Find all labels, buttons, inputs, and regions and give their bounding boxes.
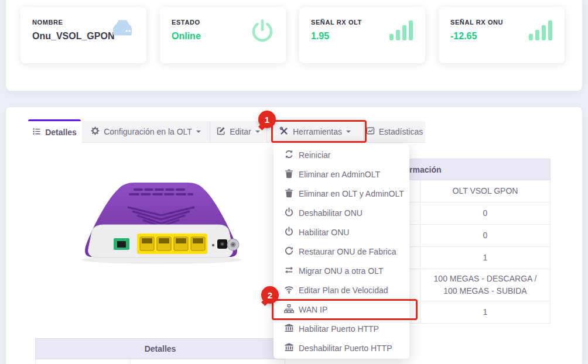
bank-icon: [284, 342, 294, 354]
table-row: [35, 359, 285, 364]
menu-item-label: Restaurar ONU de Fabrica: [299, 247, 396, 256]
highlight-box-wan-ip: [272, 299, 418, 320]
row-value: 0: [421, 202, 550, 224]
edit-icon: [217, 126, 225, 137]
trash-icon: [284, 169, 294, 180]
power-icon: [284, 207, 294, 219]
row-value: 100 MEGAS - DESCARGA / 100 MEGAS - SUBID…: [421, 269, 550, 301]
menu-item-restaurar-fabrica[interactable]: Restaurar ONU de Fabrica: [274, 242, 409, 261]
row-label: [36, 359, 131, 364]
menu-item-deshabilitar-puerto-http[interactable]: Deshabilitar Puerto HTTP: [274, 338, 409, 358]
menu-item-label: Editar Plan de Velocidad: [299, 286, 388, 295]
tab-configuracion-olt[interactable]: Configuración en la OLT: [82, 121, 210, 142]
menu-item-label: Habilitar ONU: [299, 228, 349, 237]
menu-item-eliminar-adminolt[interactable]: Eliminar en AdminOLT: [274, 164, 409, 184]
chart-icon: [366, 126, 375, 137]
highlight-box-herramientas: [271, 120, 367, 143]
wifi-icon: [284, 284, 294, 296]
stat-card-senal-rx-olt: SEÑAL RX OLT 1.95: [299, 7, 425, 63]
signal-bars-icon: [528, 19, 554, 43]
row-value: OLT VSOL GPON: [421, 180, 550, 202]
menu-item-label: Eliminar en OLT y AdminOLT: [299, 189, 404, 198]
tab-detalles[interactable]: Detalles: [28, 119, 81, 143]
herramientas-dropdown-menu: Reiniciar Eliminar en AdminOLT Eliminar …: [274, 144, 409, 359]
menu-item-label: Deshabilitar Puerto HTTP: [299, 344, 392, 353]
step-number: 1: [265, 115, 269, 125]
tab-label: Estadísticas: [379, 127, 423, 136]
tab-label: Configuración en la OLT: [104, 127, 192, 136]
row-value: [131, 359, 285, 364]
step-badge-2: 2: [261, 286, 279, 304]
menu-item-migrar-onu[interactable]: Migrar ONU a otra OLT: [274, 261, 409, 280]
tab-label: Editar: [230, 127, 251, 136]
tab-strip: Configuración en la OLT Editar Herramien…: [82, 121, 425, 143]
bank-icon: [284, 323, 294, 335]
tab-estadisticas[interactable]: Estadísticas: [363, 121, 425, 142]
menu-item-label: Eliminar en AdminOLT: [299, 170, 380, 179]
redo-icon: [284, 246, 294, 257]
details-table: Detalles: [35, 338, 285, 364]
tab-editar[interactable]: Editar: [210, 121, 266, 142]
menu-item-eliminar-olt-adminolt[interactable]: Eliminar en OLT y AdminOLT: [274, 184, 409, 203]
step-number: 2: [268, 290, 272, 300]
trash-icon: [284, 188, 294, 200]
chevron-down-icon: [255, 131, 260, 135]
tab-label: Detalles: [45, 128, 77, 137]
menu-item-label: Reiniciar: [299, 150, 330, 160]
menu-item-label: Migrar ONU a otra OLT: [299, 266, 383, 276]
row-value: 0: [421, 225, 550, 246]
router-icon: [109, 19, 136, 41]
menu-item-label: Habilitar Puerto HTTP: [299, 324, 379, 334]
stat-card-senal-rx-onu: SEÑAL RX ONU -12.65: [439, 7, 565, 63]
menu-item-habilitar-puerto-http[interactable]: Habilitar Puerto HTTP: [274, 319, 409, 338]
row-value: 1: [421, 301, 550, 323]
stat-card-estado: ESTADO Online: [160, 7, 286, 63]
onu-detail-page: { "stat_cards": [ {"label": "NOMBRE", "v…: [0, 0, 588, 364]
list-icon: [32, 127, 41, 138]
power-icon: [284, 226, 294, 238]
exchange-icon: [284, 265, 294, 277]
menu-item-deshabilitar-onu[interactable]: Deshabilitar ONU: [274, 203, 409, 222]
step-badge-1: 1: [258, 111, 276, 128]
signal-bars-icon: [389, 19, 415, 43]
onu-device-image: [69, 171, 252, 273]
menu-item-habilitar-onu[interactable]: Habilitar ONU: [274, 222, 409, 242]
menu-item-reiniciar[interactable]: Reiniciar: [274, 145, 409, 164]
details-table-header: Detalles: [35, 338, 285, 359]
chevron-down-icon: [196, 131, 201, 135]
stat-card-nombre: NOMBRE Onu_VSOL_GPON: [20, 7, 146, 63]
row-value: 1: [421, 247, 550, 269]
menu-item-editar-plan-velocidad[interactable]: Editar Plan de Velocidad: [274, 280, 409, 300]
menu-item-label: Deshabilitar ONU: [299, 208, 363, 218]
sync-icon: [284, 149, 294, 161]
power-icon: [249, 19, 275, 47]
gear-icon: [91, 126, 100, 137]
